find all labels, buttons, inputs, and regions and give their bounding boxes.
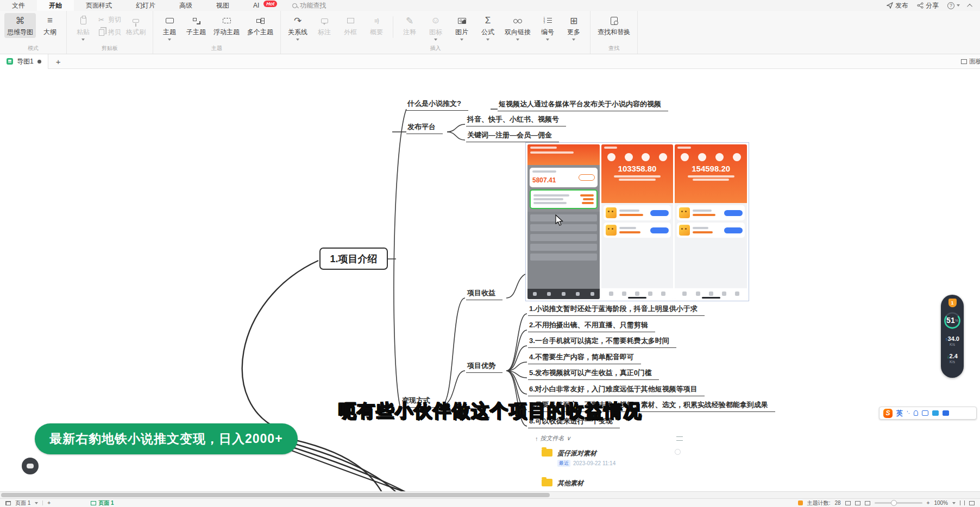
share-button[interactable]: 分享 [917, 1, 939, 10]
sheet-tab-map1[interactable]: 导图1 [0, 54, 48, 69]
format-painter-button[interactable]: 格式刷 [123, 13, 148, 38]
fit-screen-icon[interactable] [865, 501, 870, 505]
summary-icon: ≡} [371, 15, 382, 26]
divider [393, 16, 393, 38]
menu-page-style[interactable]: 页面样式 [74, 0, 124, 11]
panel-icon [961, 59, 967, 64]
zoom-level[interactable]: 100% [934, 500, 948, 506]
help-button[interactable]: ? [947, 2, 960, 9]
summary-button[interactable]: ≡} 概要 [365, 13, 388, 38]
node-what-is-answer[interactable]: 短视频达人通过各媒体平台发布关于小说内容的视频 [498, 99, 668, 111]
paste-icon [78, 15, 89, 26]
note-button[interactable]: ✎ 注释 [398, 13, 422, 38]
group-label-mode: 模式 [4, 43, 62, 54]
ime-punctuation-toggle[interactable]: ’· [907, 410, 910, 416]
topic-caret-icon [168, 39, 171, 41]
bidirectional-link-button[interactable]: 双向链接 [502, 13, 533, 42]
menu-advanced[interactable]: 高级 [167, 0, 204, 11]
phone-left-balance: 5807.41 [532, 176, 556, 184]
multi-topic-button[interactable]: 多个主题 [244, 13, 276, 38]
boundary-button[interactable]: 外框 [338, 13, 362, 38]
advantage-item[interactable]: 2.不用拍摄出镜、不用直播、只需剪辑 [528, 320, 655, 332]
publish-button[interactable]: 发布 [887, 1, 908, 10]
zoom-caret-icon[interactable] [952, 502, 956, 504]
node-publish-platform[interactable]: 发布平台 [406, 122, 443, 134]
node-project-advantage[interactable]: 项目优势 [466, 361, 502, 373]
group-label-topic: 主题 [158, 43, 276, 54]
cut-icon: ✂ [97, 16, 105, 24]
note-icon: ✎ [404, 15, 415, 26]
cpu-gauge: 51% [944, 312, 961, 329]
ime-language-toggle[interactable]: 英 [896, 409, 903, 418]
add-sheet-button[interactable]: + [48, 57, 68, 66]
outline-mode-button[interactable]: ≡ 大纲 [38, 13, 62, 38]
fullscreen-icon[interactable] [960, 500, 965, 505]
cut-button[interactable]: ✂ 剪切 [97, 15, 121, 24]
advantage-item[interactable]: 1.小说推文暂时还处于蓝海阶段，抖音上明显供小于求 [528, 304, 705, 316]
mindmap-canvas[interactable]: 1.项目介绍 最新右豹地铁小说推文变现，日入2000+ 什么是小说推文? 短视频… [0, 69, 980, 491]
paste-caret-icon [81, 39, 85, 41]
phone-left-navbar [527, 289, 600, 299]
image-button[interactable]: 图片 [450, 13, 474, 42]
panel-toggle-button[interactable]: 面板 [959, 54, 980, 69]
page-dropdown[interactable]: 页面 1 [15, 499, 30, 507]
menu-home[interactable]: 开始 [37, 0, 74, 11]
minimap-icon[interactable] [855, 501, 860, 505]
image-caret-icon [460, 39, 463, 41]
advantage-item[interactable]: 6.对小白非常友好，入门难度远低于其他短视频等项目 [528, 384, 705, 396]
numbering-button[interactable]: 编号 [536, 13, 560, 42]
node-keyword-flow[interactable]: 关键词—注册—会员—佣金 [466, 130, 559, 142]
sogou-logo-icon: S [883, 409, 893, 418]
root-node[interactable]: 最新右豹地铁小说推文变现，日入2000+ [35, 423, 298, 454]
format-painter-icon [130, 15, 141, 26]
subtopic-button[interactable]: 子主题 [184, 13, 209, 38]
ime-toolbox-icon[interactable] [943, 410, 949, 416]
mindmap-mode-button[interactable]: ⌘ 思维导图 [4, 13, 36, 38]
node-project-income[interactable]: 项目收益 [466, 288, 502, 300]
ime-emoji-icon[interactable] [932, 410, 939, 416]
menu-ai[interactable]: AI [241, 0, 262, 11]
outline-view-icon[interactable] [845, 501, 851, 505]
more-button[interactable]: ⊞ 更多 [562, 13, 586, 42]
zoom-knob[interactable] [891, 500, 897, 506]
relation-caret-icon [296, 39, 299, 41]
topic-button[interactable]: 主题 [158, 13, 181, 42]
upload-speed: ↑34.0 K/s [945, 334, 959, 346]
formula-button[interactable]: Σ 公式 [476, 13, 500, 42]
advantage-item[interactable]: 4.不需要生产内容，简单配音即可 [528, 352, 641, 364]
node-what-is[interactable]: 什么是小说推文? [406, 99, 468, 111]
collapse-ribbon-icon[interactable] [967, 3, 972, 9]
menu-file[interactable]: 文件 [0, 0, 37, 11]
withdraw-button [724, 210, 743, 216]
collapse-bar-icon[interactable] [969, 501, 975, 505]
active-page-tab[interactable]: 页面 1 [91, 499, 114, 507]
ime-keyboard-icon[interactable] [922, 410, 928, 416]
more-icon: ⊞ [568, 15, 579, 26]
callout-button[interactable]: 标注 [312, 13, 336, 38]
add-page-button[interactable]: + [47, 500, 51, 506]
paste-button[interactable]: 粘贴 [71, 13, 95, 42]
search-icon [292, 3, 297, 8]
performance-widget[interactable]: 1 51% ↑34.0 K/s ↓2.4 K/s [941, 295, 964, 378]
copy-button[interactable]: 拷贝 [97, 28, 121, 37]
horizontal-scrollbar[interactable] [0, 491, 980, 498]
menu-view[interactable]: 视图 [204, 0, 241, 11]
advantage-item[interactable]: 5.发布视频就可以产生收益，真正0门槛 [528, 368, 659, 380]
relation-line-button[interactable]: ↷ 关系线 [285, 13, 310, 42]
zoom-in-button[interactable]: + [927, 500, 930, 506]
node-project-intro[interactable]: 1.项目介绍 [319, 248, 388, 270]
page-panel-icon[interactable] [5, 501, 11, 505]
ime-toolbar[interactable]: S 英 ’· [879, 407, 977, 420]
floating-assistant-button[interactable] [22, 458, 39, 474]
zoom-slider[interactable] [875, 502, 922, 504]
feature-search[interactable]: 功能查找 [292, 1, 326, 10]
find-replace-button[interactable]: 查找和替换 [595, 13, 633, 38]
scrollbar-thumb[interactable] [1, 493, 550, 497]
ime-mic-icon[interactable] [914, 410, 918, 416]
advantage-item[interactable]: 3.一台手机就可以搞定，不需要耗费太多时间 [528, 336, 676, 348]
page-caret-icon[interactable] [35, 502, 38, 504]
floating-topic-button[interactable]: 浮动主题 [211, 13, 242, 38]
node-platform-list[interactable]: 抖音、快手、小红书、视频号 [466, 115, 566, 126]
icon-button[interactable]: ☺ 图标 [424, 13, 448, 42]
menu-slides[interactable]: 幻灯片 [124, 0, 167, 11]
